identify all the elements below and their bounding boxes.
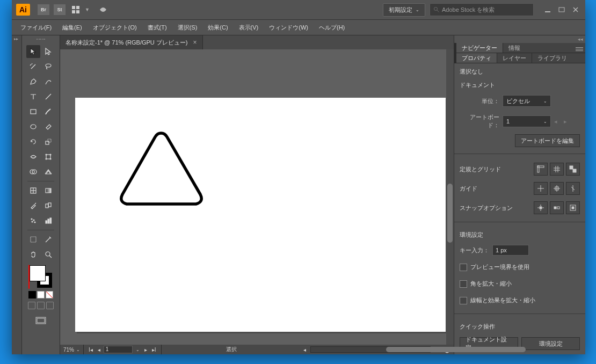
brush-tool[interactable]	[41, 105, 55, 118]
prev-page-button[interactable]: ◂	[96, 347, 102, 353]
lock-guides-icon[interactable]	[550, 182, 564, 195]
line-tool[interactable]	[41, 90, 55, 103]
screen-mode-button[interactable]	[33, 315, 49, 326]
tab-layers[interactable]: レイヤー	[497, 53, 532, 63]
slice-tool[interactable]	[41, 233, 55, 246]
tab-libraries[interactable]: ライブラリ	[532, 53, 572, 63]
key-input-value[interactable]: 1 px	[492, 245, 529, 256]
fill-color[interactable]	[30, 265, 46, 281]
units-selector[interactable]: ピクセル ⌄	[503, 95, 551, 107]
free-transform-tool[interactable]	[41, 150, 55, 163]
color-mode-solid[interactable]	[28, 291, 36, 299]
close-tab-icon[interactable]: ×	[193, 39, 197, 46]
svg-rect-36	[31, 237, 36, 242]
artboard[interactable]	[75, 98, 446, 332]
mesh-tool[interactable]	[26, 184, 40, 197]
pen-tool[interactable]	[26, 75, 40, 88]
artboard-tool[interactable]	[26, 233, 40, 246]
edit-artboards-button[interactable]: アートボードを編集	[515, 134, 580, 147]
arrange-docs-button[interactable]	[70, 4, 82, 15]
rectangle-tool[interactable]	[26, 105, 40, 118]
search-icon	[433, 6, 440, 13]
gradient-tool[interactable]	[41, 184, 55, 197]
symbol-sprayer-tool[interactable]	[26, 214, 40, 227]
selection-tool[interactable]	[26, 45, 40, 58]
collapse-panels-icon[interactable]: ◂◂	[454, 35, 585, 43]
scroll-left-icon[interactable]: ◂	[301, 347, 308, 353]
menu-object[interactable]: オブジェクト(O)	[88, 21, 142, 34]
horizontal-scrollbar[interactable]	[310, 346, 431, 353]
magic-wand-tool[interactable]	[26, 60, 40, 73]
draw-mode-inside[interactable]	[46, 302, 54, 309]
panel-menu-icon[interactable]	[576, 46, 583, 52]
hand-tool[interactable]	[26, 248, 40, 261]
bridge-button[interactable]: Br	[38, 4, 49, 15]
draw-mode-normal[interactable]	[28, 302, 35, 309]
grid-toggle-icon[interactable]	[550, 163, 564, 176]
right-panels: ◂◂ ナビゲーター 情報 プロパティ レイヤー ライブラリ 選択なし ドキュメン…	[454, 35, 585, 354]
toolbar-grip[interactable]	[33, 39, 49, 42]
prev-artboard-button[interactable]: ◂	[554, 118, 561, 125]
eyedropper-tool[interactable]	[26, 199, 40, 212]
last-page-button[interactable]: ▸I	[150, 347, 158, 353]
canvas[interactable]	[60, 49, 454, 345]
curvature-tool[interactable]	[41, 75, 55, 88]
shaper-tool[interactable]	[26, 120, 40, 133]
direct-select-tool[interactable]	[41, 45, 55, 58]
transparency-grid-icon[interactable]	[566, 163, 580, 176]
blend-tool[interactable]	[41, 199, 55, 212]
menu-effect[interactable]: 効果(C)	[202, 21, 233, 34]
draw-mode-behind[interactable]	[37, 302, 45, 309]
gpu-preview-icon[interactable]	[97, 4, 109, 15]
lasso-tool[interactable]	[41, 60, 55, 73]
preview-bounds-checkbox[interactable]	[460, 264, 467, 271]
stock-search-input[interactable]: Adobe Stock を検索	[430, 3, 534, 16]
menu-file[interactable]: ファイル(F)	[15, 21, 57, 34]
graph-tool[interactable]	[41, 214, 55, 227]
scale-strokes-checkbox[interactable]	[460, 297, 467, 304]
document-tab[interactable]: 名称未設定-1* @ 71% (RGB/GPU プレビュー) ×	[60, 35, 203, 49]
first-page-button[interactable]: I◂	[87, 347, 95, 353]
stock-button[interactable]: St	[54, 4, 66, 15]
snap-point-icon[interactable]	[534, 201, 548, 214]
snap-grid-icon[interactable]	[550, 201, 564, 214]
menu-type[interactable]: 書式(T)	[142, 21, 172, 34]
next-artboard-button[interactable]: ▸	[564, 118, 570, 125]
panel-collapse-strip[interactable]: ▸▸	[12, 35, 22, 354]
snap-pixel-icon[interactable]	[566, 201, 580, 214]
menu-select[interactable]: 選択(S)	[172, 21, 203, 34]
scale-tool[interactable]	[41, 135, 55, 148]
tab-info[interactable]: 情報	[503, 43, 526, 53]
minimize-button[interactable]	[543, 6, 552, 13]
color-mode-none[interactable]	[46, 291, 53, 299]
vertical-scrollbar[interactable]	[446, 49, 454, 345]
menu-view[interactable]: 表示(V)	[234, 21, 264, 34]
zoom-selector[interactable]: 71% ⌄	[60, 345, 84, 354]
preferences-button[interactable]: 環境設定	[521, 337, 580, 350]
workspace-selector[interactable]: 初期設定 ⌄	[383, 3, 425, 17]
menu-help[interactable]: ヘルプ(H)	[314, 21, 350, 34]
type-tool[interactable]	[26, 90, 40, 103]
fill-stroke-swatch[interactable]	[30, 265, 52, 288]
scale-corners-checkbox[interactable]	[460, 280, 467, 288]
close-button[interactable]	[571, 6, 580, 13]
width-tool[interactable]	[26, 150, 40, 163]
zoom-tool[interactable]	[41, 248, 55, 261]
maximize-button[interactable]	[557, 6, 566, 13]
artboard-selector[interactable]: 1 ⌄	[503, 115, 551, 127]
show-guides-icon[interactable]	[534, 182, 548, 195]
rulers-toggle-icon[interactable]	[534, 163, 548, 176]
menu-edit[interactable]: 編集(E)	[57, 21, 88, 34]
next-page-button[interactable]: ▸	[143, 347, 149, 353]
tab-navigator[interactable]: ナビゲーター	[454, 43, 503, 53]
rotate-tool[interactable]	[26, 135, 40, 148]
page-input[interactable]: 1	[104, 346, 133, 353]
shape-builder-tool[interactable]	[26, 165, 40, 178]
color-mode-gradient[interactable]	[37, 291, 45, 299]
perspective-grid-tool[interactable]	[41, 165, 55, 178]
rounded-triangle-shape[interactable]	[118, 130, 204, 209]
eraser-tool[interactable]	[41, 120, 55, 133]
menu-window[interactable]: ウィンドウ(W)	[264, 21, 314, 34]
smart-guides-icon[interactable]	[566, 182, 580, 195]
tab-properties[interactable]: プロパティ	[454, 53, 497, 63]
